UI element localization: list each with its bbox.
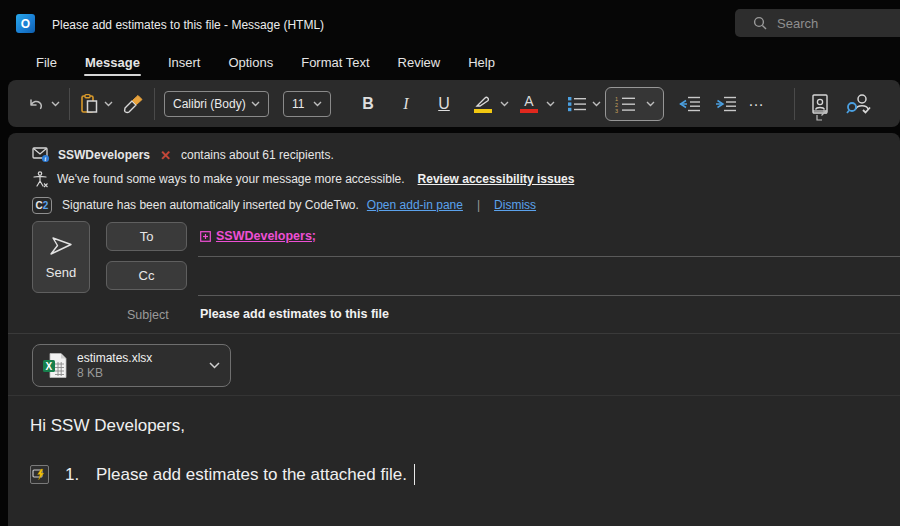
window-title: Please add estimates to this file - Mess…: [52, 18, 324, 32]
bullets-dropdown-chevron-icon[interactable]: [592, 101, 601, 107]
accessibility-text: We've found some ways to make your messa…: [57, 172, 405, 186]
increase-indent-button[interactable]: [714, 87, 738, 121]
highlight-dropdown-chevron-icon[interactable]: [500, 101, 509, 107]
to-recipient-group[interactable]: SSWDevelopers;: [216, 229, 316, 243]
increase-indent-icon: [715, 96, 737, 112]
tab-review[interactable]: Review: [384, 47, 455, 79]
link-separator: |: [477, 198, 480, 212]
message-body[interactable]: Hi SSW Developers, 1. Please add estimat…: [8, 396, 900, 526]
mail-info-icon: i: [32, 147, 50, 163]
to-button[interactable]: To: [106, 222, 187, 251]
numbering-dropdown-chevron-icon[interactable]: [646, 101, 655, 107]
more-options-button[interactable]: …: [748, 92, 766, 110]
paste-dropdown-chevron-icon[interactable]: [104, 101, 113, 107]
open-addin-pane-link[interactable]: Open add-in pane: [367, 198, 463, 212]
font-color-dropdown-chevron-icon[interactable]: [546, 101, 555, 107]
check-names-icon: [846, 93, 872, 115]
undo-dropdown-chevron-icon[interactable]: [51, 101, 60, 107]
ribbon-separator: [794, 88, 795, 120]
search-placeholder: Search: [777, 16, 818, 31]
tab-message[interactable]: Message: [71, 47, 154, 79]
ribbon-separator: [69, 88, 70, 120]
font-name-select[interactable]: Calibri (Body): [164, 91, 269, 117]
bullets-button[interactable]: [567, 87, 601, 121]
remove-group-icon[interactable]: ✕: [160, 148, 171, 163]
subject-underline: [8, 333, 900, 334]
tab-format-text[interactable]: Format Text: [287, 47, 383, 79]
italic-icon: I: [393, 95, 419, 113]
tab-insert[interactable]: Insert: [154, 47, 215, 79]
text-cursor: [414, 464, 416, 485]
send-button[interactable]: Send: [32, 221, 90, 293]
underline-button[interactable]: U: [431, 87, 457, 121]
numbering-button-active[interactable]: 1 2 3: [605, 87, 664, 121]
italic-button[interactable]: I: [393, 87, 419, 121]
attachment-chip[interactable]: X estimates.xlsx 8 KB: [32, 344, 231, 387]
svg-text:3: 3: [615, 107, 618, 113]
paste-button[interactable]: [79, 87, 113, 121]
bold-icon: B: [355, 95, 381, 113]
font-name-value: Calibri (Body): [173, 97, 246, 111]
list-text: Please add estimates to the attached fil…: [96, 465, 407, 485]
accessibility-notice: We've found some ways to make your messa…: [32, 167, 872, 191]
accessibility-icon: [32, 171, 49, 188]
to-field-underline: [198, 256, 900, 257]
subject-label: Subject: [127, 308, 169, 322]
attachment-filename: estimates.xlsx: [77, 351, 209, 366]
ribbon-separator: [154, 88, 155, 120]
send-plane-icon: [48, 235, 74, 257]
expand-group-icon: [200, 231, 211, 242]
recipient-group-name: SSWDevelopers: [58, 148, 150, 162]
signature-text: Signature has been automatically inserte…: [62, 198, 359, 212]
body-list-item: 1. Please add estimates to the attached …: [30, 464, 415, 485]
bullet-list-icon: [567, 96, 587, 112]
dismiss-link[interactable]: Dismiss: [494, 198, 536, 212]
send-label: Send: [46, 265, 76, 280]
review-accessibility-link[interactable]: Review accessibility issues: [418, 172, 575, 186]
to-label: To: [140, 229, 154, 244]
decrease-indent-icon: [679, 96, 701, 112]
undo-button[interactable]: [26, 87, 60, 121]
text-highlight-button[interactable]: [471, 87, 509, 121]
paste-clipboard-icon: [79, 93, 99, 115]
underline-icon: U: [431, 95, 457, 113]
subject-field[interactable]: Please add estimates to this file: [200, 307, 389, 321]
tab-file[interactable]: File: [22, 47, 71, 79]
outlook-logo-icon: O: [16, 14, 35, 33]
body-greeting: Hi SSW Developers,: [30, 416, 185, 436]
decrease-indent-button[interactable]: [678, 87, 702, 121]
font-name-chevron-icon: [251, 101, 260, 107]
cc-button[interactable]: Cc: [106, 261, 187, 290]
search-input[interactable]: Search: [735, 9, 900, 37]
title-bar: O Please add estimates to this file - Me…: [0, 0, 900, 45]
info-bar: i SSWDevelopers ✕ contains about 61 reci…: [32, 143, 872, 217]
attachment-meta: estimates.xlsx 8 KB: [77, 351, 209, 380]
tab-help[interactable]: Help: [454, 47, 509, 79]
cc-field-underline: [198, 295, 900, 296]
list-number: 1.: [65, 465, 96, 485]
font-size-select[interactable]: 11: [283, 91, 331, 117]
ribbon-tabs: File Message Insert Options Format Text …: [0, 45, 900, 80]
undo-icon: [26, 94, 46, 114]
dialog-launcher-button[interactable]: [816, 110, 827, 121]
excel-file-icon: X: [42, 352, 68, 379]
to-field[interactable]: SSWDevelopers;: [200, 229, 316, 243]
format-painter-button[interactable]: [121, 87, 145, 121]
cc-label: Cc: [139, 268, 155, 283]
font-color-icon: A: [517, 95, 541, 113]
check-names-button[interactable]: [846, 87, 872, 121]
text-highlight-icon: [471, 94, 495, 113]
attachment-dropdown-chevron-icon[interactable]: [209, 362, 220, 369]
font-size-chevron-icon: [313, 101, 322, 107]
tab-options[interactable]: Options: [214, 47, 287, 79]
font-color-button[interactable]: A: [517, 87, 555, 121]
recipients-count-text: contains about 61 recipients.: [181, 148, 334, 162]
bold-button[interactable]: B: [355, 87, 381, 121]
format-painter-icon: [122, 94, 144, 114]
svg-text:X: X: [45, 361, 52, 372]
outlook-message-window: O Please add estimates to this file - Me…: [0, 0, 900, 526]
search-icon: [753, 16, 767, 30]
autocorrect-options-icon[interactable]: [30, 465, 49, 484]
numbered-list-icon: 1 2 3: [614, 95, 636, 113]
ribbon-toolbar: Calibri (Body) 11 B I U: [8, 80, 900, 127]
